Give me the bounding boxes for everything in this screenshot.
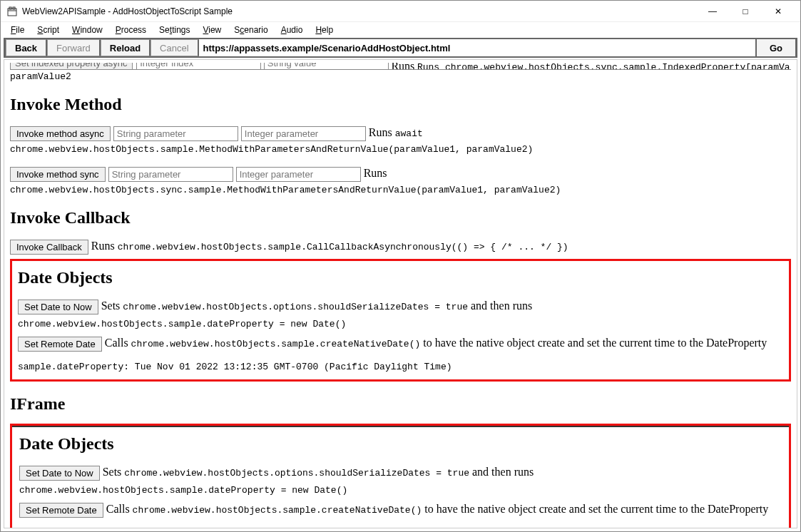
set-remote-date-row: Set Remote Date Calls chrome.webview.hos…: [18, 334, 783, 352]
date-objects-section: Date Objects Set Date to Now Sets chrome…: [10, 259, 791, 382]
iframe-set-remote-code: chrome.webview.hostObjects.sample.create…: [133, 505, 422, 516]
iframe-date-objects-heading: Date Objects: [19, 434, 782, 454]
iframe-set-now-text2: and then runs: [469, 466, 534, 478]
iframe-heading: IFrame: [10, 394, 791, 414]
menu-process[interactable]: Process: [110, 24, 152, 36]
menu-settings[interactable]: Settings: [153, 24, 195, 36]
integer-parameter-input-async[interactable]: [241, 126, 366, 141]
invoke-async-code: chrome.webview.hostObjects.sample.Method…: [10, 144, 791, 155]
set-remote-text2: to have the native object create and set…: [420, 337, 767, 349]
set-date-now-row: Set Date to Now Sets chrome.webview.host…: [18, 297, 783, 332]
cancel-button[interactable]: Cancel: [150, 39, 198, 56]
nav-toolbar: Back Forward Reload Cancel https://appas…: [4, 38, 797, 58]
invoke-callback-code: chrome.webview.hostObjects.sample.CallCa…: [118, 242, 568, 252]
integer-parameter-input-sync[interactable]: [236, 167, 361, 182]
menu-window[interactable]: Window: [66, 24, 108, 36]
back-button[interactable]: Back: [6, 39, 47, 56]
invoke-sync-runs: Runs: [364, 167, 387, 179]
iframe-set-date-to-now-button[interactable]: Set Date to Now: [19, 466, 100, 481]
menu-scenario[interactable]: Scenario: [228, 24, 273, 36]
date-objects-heading: Date Objects: [18, 268, 783, 287]
minimize-button[interactable]: —: [696, 1, 729, 22]
set-remote-code: chrome.webview.hostObjects.sample.create…: [131, 339, 421, 349]
window-title: WebView2APISample - AddHostObjectToScrip…: [22, 6, 696, 16]
string-value-input[interactable]: String value: [264, 63, 389, 70]
menu-audio[interactable]: Audio: [275, 24, 309, 36]
invoke-method-sync-button[interactable]: Invoke method sync: [10, 167, 106, 182]
set-date-to-now-button[interactable]: Set Date to Now: [18, 300, 98, 314]
iframe-set-now-code2: chrome.webview.hostObjects.sample.datePr…: [19, 485, 347, 496]
forward-button[interactable]: Forward: [47, 39, 101, 56]
iframe-set-now-code1: chrome.webview.hostObjects.options.shoul…: [124, 468, 469, 479]
set-indexed-async-button[interactable]: Set indexed property async: [10, 63, 133, 70]
address-bar[interactable]: https://appassets.example/ScenarioAddHos…: [199, 39, 755, 56]
invoke-sync-code: chrome.webview.hostObjects.sync.sample.M…: [10, 185, 791, 195]
invoke-callback-row: Invoke Callback Runs chrome.webview.host…: [10, 237, 791, 255]
invoke-callback-runs: Runs: [91, 240, 118, 252]
set-remote-text1: Calls: [105, 337, 131, 349]
invoke-callback-heading: Invoke Callback: [10, 208, 791, 227]
iframe-set-remote-text1: Calls: [106, 503, 133, 515]
iframe-section: Date Objects Set Date to Now Sets chrome…: [10, 424, 791, 528]
menu-view[interactable]: View: [197, 24, 227, 36]
invoke-callback-button[interactable]: Invoke Callback: [10, 240, 88, 255]
webview-content: Set indexed property async Integer index…: [4, 59, 797, 528]
iframe-set-remote-date-button[interactable]: Set Remote Date: [19, 503, 103, 518]
invoke-sync-row: Invoke method sync Runs: [10, 165, 791, 182]
cutoff-desc: Runs Runs chrome.webview.hostObjects.syn…: [391, 63, 791, 70]
string-parameter-input-async[interactable]: [113, 126, 238, 141]
iframe-set-remote-text2: to have the native object create and set…: [422, 503, 768, 515]
set-now-code2: chrome.webview.hostObjects.sample.datePr…: [18, 319, 346, 329]
content-scroll[interactable]: Set indexed property async Integer index…: [4, 60, 797, 528]
iframe-set-remote-date-row: Set Remote Date Calls chrome.webview.hos…: [19, 501, 782, 518]
app-icon: [6, 6, 18, 17]
string-parameter-input-sync[interactable]: [108, 167, 233, 182]
cutoff-row: Set indexed property async Integer index…: [10, 63, 791, 70]
menu-file[interactable]: File: [5, 24, 30, 36]
window-controls: — □ ✕: [696, 1, 795, 22]
date-result: sample.dateProperty: Tue Nov 01 2022 13:…: [18, 362, 783, 372]
maximize-button[interactable]: □: [729, 1, 762, 22]
reload-button[interactable]: Reload: [101, 39, 150, 56]
invoke-async-row: Invoke method async Runs await: [10, 124, 791, 141]
close-button[interactable]: ✕: [762, 1, 795, 22]
title-bar: WebView2APISample - AddHostObjectToScrip…: [1, 1, 800, 22]
set-now-text2: and then runs: [468, 300, 532, 312]
menu-bar: File Script Window Process Settings View…: [1, 22, 800, 38]
cutoff-line2: paramValue2: [10, 71, 791, 82]
integer-index-input[interactable]: Integer index: [136, 63, 261, 70]
invoke-method-async-button[interactable]: Invoke method async: [10, 126, 111, 141]
set-now-code1: chrome.webview.hostObjects.options.shoul…: [123, 302, 468, 312]
iframe-set-date-now-row: Set Date to Now Sets chrome.webview.host…: [19, 464, 782, 498]
invoke-async-await: await: [395, 128, 423, 139]
iframe-scroll[interactable]: Date Objects Set Date to Now Sets chrome…: [12, 426, 789, 528]
invoke-method-heading: Invoke Method: [10, 95, 791, 114]
set-remote-date-button[interactable]: Set Remote Date: [18, 337, 102, 352]
menu-script[interactable]: Script: [31, 24, 65, 36]
set-now-text1: Sets: [101, 300, 123, 312]
iframe-set-now-text1: Sets: [103, 466, 125, 478]
go-button[interactable]: Go: [755, 39, 795, 56]
invoke-async-runs: Runs: [369, 126, 395, 138]
menu-help[interactable]: Help: [310, 24, 339, 36]
